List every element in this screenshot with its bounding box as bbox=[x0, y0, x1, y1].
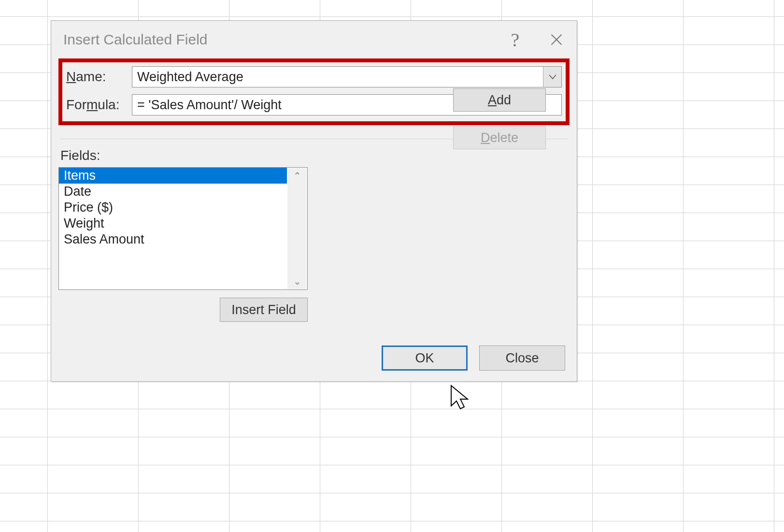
list-item[interactable]: Date bbox=[59, 184, 287, 200]
list-item[interactable]: Items bbox=[59, 168, 287, 184]
fields-listbox[interactable]: ItemsDatePrice ($)WeightSales Amount ⌃ ⌄ bbox=[58, 167, 308, 290]
dialog-title: Insert Calculated Field bbox=[63, 31, 495, 48]
dialog-titlebar: Insert Calculated Field ? bbox=[51, 21, 577, 58]
list-item[interactable]: Price ($) bbox=[59, 200, 287, 216]
formula-label: Formula: bbox=[66, 97, 132, 113]
chevron-down-icon bbox=[549, 72, 556, 81]
help-button[interactable]: ? bbox=[495, 21, 536, 58]
insert-field-button[interactable]: Insert Field bbox=[220, 298, 308, 322]
listbox-scrollbar[interactable]: ⌃ ⌄ bbox=[287, 168, 307, 289]
add-button[interactable]: Add bbox=[453, 88, 546, 112]
name-combobox[interactable] bbox=[132, 66, 562, 87]
delete-button: Delete bbox=[453, 126, 546, 149]
fields-label: Fields: bbox=[58, 148, 570, 163]
ok-button[interactable]: OK bbox=[382, 345, 468, 371]
name-label: Name: bbox=[66, 69, 132, 85]
close-button[interactable]: Close bbox=[479, 345, 565, 371]
scroll-up-icon[interactable]: ⌃ bbox=[293, 168, 301, 184]
list-item[interactable]: Weight bbox=[59, 216, 287, 231]
scroll-down-icon[interactable]: ⌄ bbox=[293, 273, 301, 289]
name-input[interactable] bbox=[132, 67, 543, 87]
close-icon[interactable] bbox=[536, 21, 577, 58]
name-dropdown-button[interactable] bbox=[543, 67, 561, 87]
insert-calculated-field-dialog: Insert Calculated Field ? Name: Formu bbox=[51, 20, 577, 382]
list-item[interactable]: Sales Amount bbox=[59, 231, 287, 247]
